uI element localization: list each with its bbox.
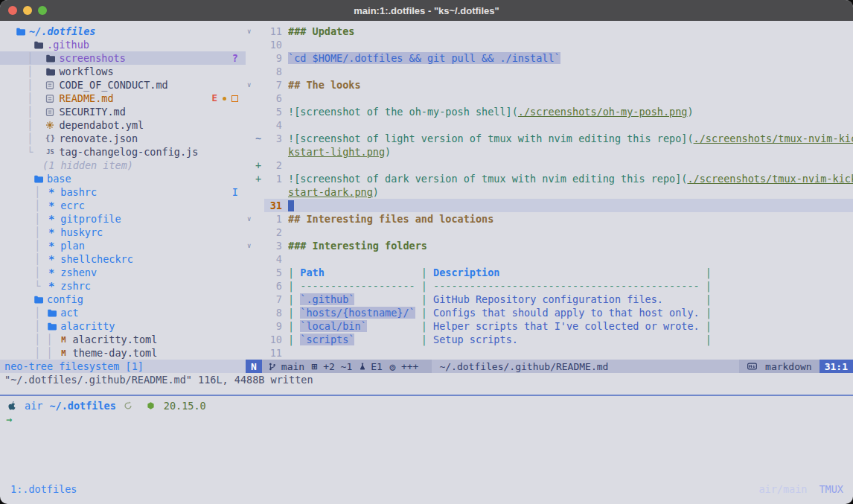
tree-item-ecrc[interactable]: │ *ecrc xyxy=(0,199,246,212)
tree-item-alacritty[interactable]: │ alacritty xyxy=(0,319,246,333)
tree-item-theme-day.toml[interactable]: │ │ Mtheme-day.toml xyxy=(0,346,246,360)
text-segment: | xyxy=(706,334,712,345)
close-button[interactable] xyxy=(8,6,17,15)
text-segment: | xyxy=(288,320,300,332)
fold-chevron-icon xyxy=(247,105,255,118)
text-segment xyxy=(325,267,421,278)
tree-item-code-of-conduct.md[interactable]: │ CODE_OF_CONDUCT.md xyxy=(0,78,246,92)
editor-line[interactable]: 7| `.github` | GitHub Repository configu… xyxy=(246,293,853,306)
line-number: 1 xyxy=(264,172,282,185)
tree-item-.github[interactable]: .github xyxy=(0,38,246,51)
editor-line[interactable]: +2 xyxy=(246,159,853,172)
editor-line[interactable]: start-dark.png) xyxy=(246,185,853,199)
editor-line[interactable]: ∨11### Updates xyxy=(246,25,853,38)
editor-gutter: ∨ xyxy=(246,239,264,252)
toml-icon: M xyxy=(59,333,69,346)
editor-line[interactable]: 6| ------------------- | ---------------… xyxy=(246,279,853,293)
tree-item-plan[interactable]: │ *plan xyxy=(0,239,246,252)
tree-item-workflows[interactable]: │ workflows xyxy=(0,65,246,78)
shell-input-line[interactable]: → xyxy=(6,412,847,426)
editor-line-text: | ------------------- | ----------------… xyxy=(288,279,853,293)
tree-item-readme.md[interactable]: │ README.mdE xyxy=(0,92,246,105)
tree-item-shellcheckrc[interactable]: │ *shellcheckrc xyxy=(0,252,246,266)
editor-line[interactable]: 8 xyxy=(246,65,853,78)
tmux-window-item[interactable]: 1:.dotfiles xyxy=(10,482,77,496)
editor-line-body: 6 xyxy=(264,92,853,105)
line-number: 9 xyxy=(264,319,282,333)
tree-item-label: theme-day.toml xyxy=(73,346,158,360)
tree-item-act[interactable]: │ act xyxy=(0,306,246,319)
editor-line[interactable]: 10 xyxy=(246,38,853,51)
editor-line[interactable]: ∨7## The looks xyxy=(246,78,853,92)
text-segment: | xyxy=(288,307,300,319)
editor-line[interactable]: 8| `hosts/{hostname}/` | Configs that sh… xyxy=(246,306,853,319)
editor-line[interactable]: +1![screenshot of dark version of tmux w… xyxy=(246,172,853,185)
fold-chevron-icon[interactable]: ∨ xyxy=(247,78,255,92)
tree-item-markers: I xyxy=(232,185,238,199)
tree-item-tag-changelog-config.js[interactable]: └ JStag-changelog-config.js xyxy=(0,145,246,159)
tree-item-config[interactable]: config xyxy=(0,293,246,306)
editor-cursor-line[interactable]: 31 xyxy=(246,199,853,212)
folder-icon xyxy=(45,54,55,63)
editor-line[interactable]: kstart-light.png) xyxy=(246,145,853,159)
tree-item--.dotfiles[interactable]: ~/.dotfiles xyxy=(0,25,246,38)
fold-chevron-icon xyxy=(247,172,255,185)
minimize-button[interactable] xyxy=(23,6,32,15)
tree-item-zshenv[interactable]: │ *zshenv xyxy=(0,266,246,279)
editor-line[interactable]: 11 xyxy=(246,346,853,360)
editor-gutter xyxy=(246,199,264,212)
marker-q: ? xyxy=(232,51,238,65)
star-icon: * xyxy=(46,212,57,226)
editor-line[interactable]: ∨1## Interesting files and locations xyxy=(246,212,853,226)
editor-line-text: | `hosts/{hostname}/` | Configs that sho… xyxy=(288,306,853,319)
tree-item-security.md[interactable]: │ SECURITY.md xyxy=(0,105,246,118)
fold-chevron-icon[interactable]: ∨ xyxy=(247,239,255,252)
text-segment: | xyxy=(421,267,433,278)
tree-item-label: README.md xyxy=(59,92,113,105)
tree-item-gitprofile[interactable]: │ *gitprofile xyxy=(0,212,246,226)
tree-item--1-hidden-item-[interactable]: (1 hidden item) xyxy=(0,159,246,172)
editor-line[interactable]: 9| `local/bin` | Helper scripts that I'v… xyxy=(246,319,853,333)
editor-line-text xyxy=(288,346,853,360)
editor-line[interactable]: 4 xyxy=(246,118,853,132)
editor-line[interactable]: 10| `scripts` | Setup scripts. | xyxy=(246,333,853,346)
editor-line[interactable]: ~3![screenshot of light version of tmux … xyxy=(246,132,853,145)
marker-i: I xyxy=(232,185,238,199)
editor-line[interactable]: 5![screenshot of the oh-my-posh shell](.… xyxy=(246,105,853,118)
fold-chevron-icon xyxy=(247,252,255,266)
tree-item-alacritty.toml[interactable]: │ │ Malacritty.toml xyxy=(0,333,246,346)
tree-item-base[interactable]: base xyxy=(0,172,246,185)
line-number: 6 xyxy=(264,92,282,105)
editor-gutter xyxy=(246,185,264,199)
editor-line[interactable]: 2 xyxy=(246,226,853,239)
mode-indicator: N xyxy=(246,360,262,373)
text-segment: ./screenshots/tmux-nvim-kic xyxy=(694,133,853,144)
tree-item-bashrc[interactable]: │ *bashrcI xyxy=(0,185,246,199)
fold-chevron-icon[interactable]: ∨ xyxy=(247,212,255,226)
line-number: 5 xyxy=(264,105,282,118)
text-segment: ### Interesting folders xyxy=(288,240,427,252)
tree-item-huskyrc[interactable]: │ *huskyrc xyxy=(0,226,246,239)
editor-lines[interactable]: ∨11### Updates109`cd $HOME/.dotfiles && … xyxy=(246,21,853,360)
fold-chevron-icon[interactable]: ∨ xyxy=(247,25,255,38)
tmux-pane-separator[interactable] xyxy=(0,395,853,396)
editor-line[interactable]: 5| Path | Description | xyxy=(246,266,853,279)
editor-line-text xyxy=(288,65,853,78)
editor-line[interactable]: 4 xyxy=(246,252,853,266)
text-segment: Setup scripts. xyxy=(433,334,518,345)
tree-item-screenshots[interactable]: │ screenshots? xyxy=(0,51,246,65)
editor-line-text: | `scripts` | Setup scripts. | xyxy=(288,333,853,346)
tree-item-zshrc[interactable]: └ *zshrc xyxy=(0,279,246,293)
tree-item-dependabot.yml[interactable]: │ dependabot.yml xyxy=(0,118,246,132)
text-segment: | xyxy=(288,267,300,278)
zoom-button[interactable] xyxy=(38,6,47,15)
editor-line-text xyxy=(288,38,853,51)
git-sign xyxy=(255,266,264,279)
editor-line[interactable]: 6 xyxy=(246,92,853,105)
text-segment: | xyxy=(706,293,712,305)
line-number: 5 xyxy=(264,266,282,279)
editor-line[interactable]: 9`cd $HOME/.dotfiles && git pull && ./in… xyxy=(246,51,853,65)
tree-item-renovate.json[interactable]: │ {}renovate.json xyxy=(0,132,246,145)
star-icon: * xyxy=(46,252,57,266)
editor-line[interactable]: ∨3### Interesting folders xyxy=(246,239,853,252)
